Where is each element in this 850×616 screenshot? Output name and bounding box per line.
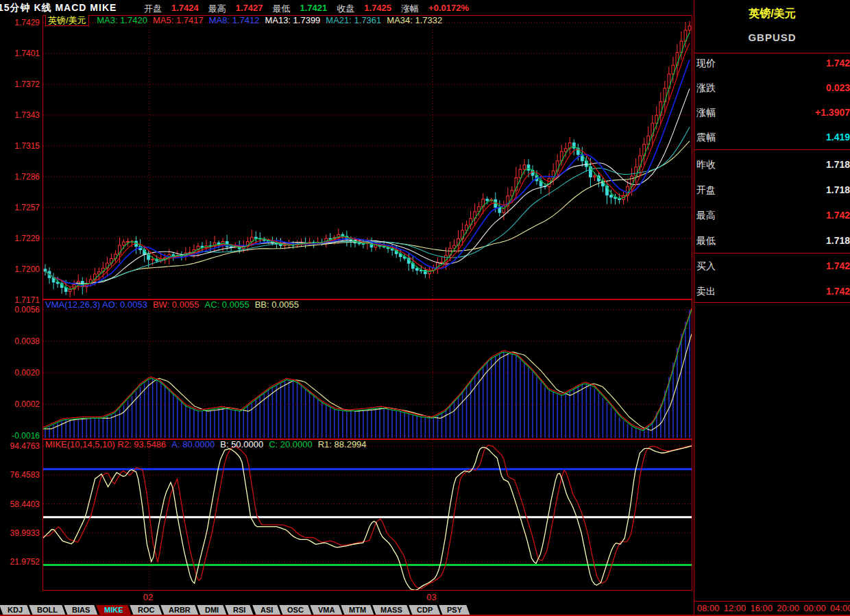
time-tick-label: 16:00 — [751, 603, 773, 613]
indicator-tab-dmi[interactable]: DMI — [197, 605, 227, 615]
vma-header-item: BW: 0.0055 — [153, 299, 199, 310]
axis-tick-label: 1.7343 — [0, 110, 40, 120]
quote-row-value: 1.742 — [826, 210, 850, 221]
indicator-tab-bias[interactable]: BIAS — [64, 605, 98, 615]
vma-indicator-panel[interactable] — [42, 299, 692, 439]
quote-row-value: 1.718 — [826, 159, 850, 170]
tab-label: MIKE — [104, 605, 123, 615]
mike-indicator-panel[interactable] — [42, 439, 692, 591]
instrument-name-box[interactable]: 英镑/美元 — [45, 14, 89, 26]
quote-instrument-title: 英镑/美元 — [694, 7, 850, 21]
ma-legend-item: MA34: 1.7332 — [387, 15, 442, 25]
time-tick-label: 20:00 — [777, 603, 799, 613]
axis-tick-label: 76.4583 — [0, 470, 40, 480]
indicator-tab-mike[interactable]: MIKE — [97, 605, 132, 615]
vma-header-item: BB: 0.0055 — [255, 299, 299, 310]
axis-tick-label: 1.7229 — [0, 234, 40, 243]
axis-tick-label: 0.0002 — [0, 399, 40, 409]
axis-tick-label: 1.7257 — [0, 203, 40, 212]
time-tick-label: 00:00 — [803, 603, 826, 613]
quote-row-value: 1.718 — [826, 184, 850, 195]
quote-row-现价: 现价1.742 — [694, 58, 850, 71]
quote-row-卖出: 卖出1.742 — [694, 286, 850, 299]
axis-tick-label: 0.0056 — [0, 305, 40, 315]
tab-label: ROC — [138, 605, 154, 615]
quote-field-value: 1.7421 — [300, 3, 328, 15]
quote-row-涨跌: 涨跌0.023 — [694, 82, 850, 96]
quote-field-value: 1.7427 — [236, 3, 263, 15]
indicator-tab-arbr[interactable]: ARBR — [160, 605, 198, 615]
quote-separator — [694, 53, 850, 53]
quote-row-value: 1.718 — [826, 235, 850, 246]
mike-indicator-header: MIKE(10,14,5,10) R2: 93.5486A: 80.0000B:… — [45, 439, 372, 449]
quote-row-最高: 最高1.742 — [694, 210, 850, 223]
axis-tick-label: 0.0038 — [0, 336, 40, 346]
quote-field-label: 最高 — [208, 3, 226, 15]
quote-row-label: 最低 — [696, 235, 716, 247]
indicator-tab-asi[interactable]: ASI — [252, 605, 281, 615]
mike-header-item: MIKE(10,14,5,10) R2: 93.5486 — [45, 439, 166, 449]
quote-row-value: 1.419 — [826, 132, 850, 143]
axis-tick-label: 1.7401 — [0, 49, 40, 58]
candlestick-chart-panel[interactable] — [42, 15, 692, 299]
tab-label: BOLL — [37, 605, 58, 615]
time-tick-label: 12:00 — [724, 603, 746, 613]
indicator-tab-kdj[interactable]: KDJ — [0, 605, 31, 615]
tab-label: DMI — [205, 605, 219, 615]
time-tick-label: 04:00 — [830, 603, 850, 613]
tab-label: VMA — [318, 605, 335, 615]
quote-row-label: 昨收 — [696, 159, 716, 171]
quote-field-value: 1.7425 — [364, 3, 391, 15]
quote-separator — [694, 253, 850, 254]
indicator-tab-bar: KDJBOLLBIASMIKEROCARBRDMIRSIASIOSCVMAMTM… — [0, 603, 692, 615]
indicator-tab-mtm[interactable]: MTM — [341, 605, 374, 615]
axis-tick-label: 94.4763 — [0, 441, 40, 451]
mike-header-item: C: 20.0000 — [269, 439, 313, 449]
quote-row-昨收: 昨收1.718 — [694, 159, 850, 173]
quote-field-value: 1.7424 — [171, 3, 199, 15]
indicator-tab-psy[interactable]: PSY — [439, 605, 470, 615]
quote-row-label: 最高 — [696, 210, 716, 222]
quote-row-买入: 买入1.742 — [694, 260, 850, 274]
indicator-tab-boll[interactable]: BOLL — [29, 605, 65, 615]
indicator-tab-rsi[interactable]: RSI — [225, 605, 254, 615]
trading-app-window: 15分钟 K线 MACD MIKE 开盘1.7424最高1.7427最低1.74… — [0, 0, 850, 616]
tab-label: PSY — [447, 605, 462, 615]
axis-tick-label: 1.7286 — [0, 172, 40, 182]
axis-tick-label: 39.9933 — [0, 528, 40, 538]
ma-legend-item: MA3: 1.7420 — [97, 15, 147, 25]
tab-label: OSC — [287, 605, 304, 615]
ma-legend-item: MA21: 1.7361 — [326, 15, 381, 25]
indicator-tab-cdp[interactable]: CDP — [409, 605, 441, 615]
axis-tick-label: 1.7315 — [0, 141, 40, 151]
quote-row-value: 1.742 — [826, 58, 850, 69]
mike-header-item: B: 50.0000 — [220, 439, 263, 449]
quote-row-开盘: 开盘1.718 — [694, 184, 850, 198]
indicator-tab-vma[interactable]: VMA — [310, 605, 343, 615]
chart-mode-title: 15分钟 K线 MACD MIKE — [0, 2, 117, 14]
tab-label: ASI — [260, 605, 273, 615]
quote-row-震幅: 震幅1.419 — [694, 132, 850, 145]
indicator-tab-osc[interactable]: OSC — [279, 605, 311, 615]
quote-row-value: +1.3907 — [815, 107, 850, 118]
axis-tick-label: 58.4403 — [0, 500, 40, 509]
axis-tick-label: 1.7429 — [0, 18, 40, 27]
quote-row-value: 0.023 — [826, 82, 850, 93]
indicator-tab-mass[interactable]: MASS — [372, 605, 410, 615]
quote-row-label: 震幅 — [696, 132, 716, 144]
quote-row-label: 卖出 — [696, 286, 716, 298]
ma-legend-item: MA8: 1.7412 — [209, 15, 260, 25]
tab-label: CDP — [417, 605, 433, 615]
tab-label: MASS — [380, 605, 402, 615]
quote-separator — [694, 149, 850, 150]
ohlc-summary: 开盘1.7424最高1.7427最低1.7421收盘1.7425涨幅+0.017… — [144, 3, 469, 15]
date-tick-label: 03 — [426, 592, 436, 602]
axis-tick-label: 1.7372 — [0, 79, 40, 89]
indicator-tab-roc[interactable]: ROC — [130, 605, 162, 615]
ma-legend-item: MA13: 1.7399 — [265, 15, 320, 25]
top-status-bar: 15分钟 K线 MACD MIKE 开盘1.7424最高1.7427最低1.74… — [0, 0, 692, 15]
date-tick-label: 02 — [143, 592, 153, 602]
quote-row-label: 买入 — [696, 260, 716, 273]
quote-row-最低: 最低1.718 — [694, 235, 850, 249]
vma-header-item: AC: 0.0055 — [205, 299, 250, 310]
